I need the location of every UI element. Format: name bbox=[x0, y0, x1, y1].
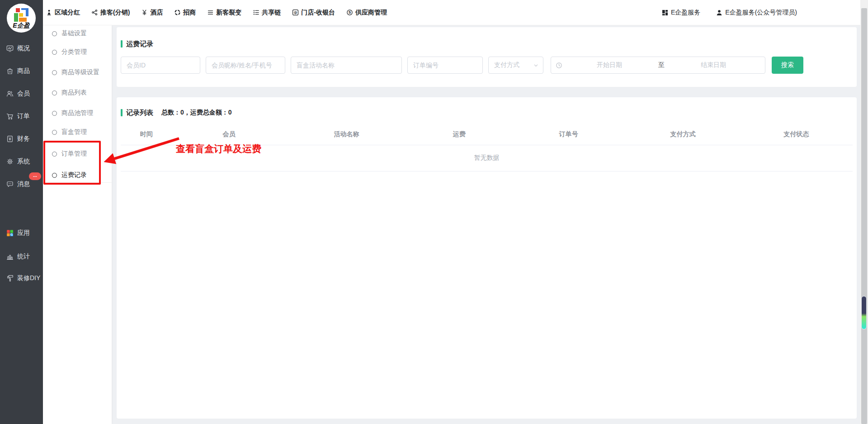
submenu-item-label: 商品池管理 bbox=[61, 109, 93, 117]
sidebar-item-label: 消息 bbox=[17, 180, 30, 188]
brand-logo-icon bbox=[14, 8, 28, 22]
circle-icon bbox=[52, 50, 57, 55]
clock-icon bbox=[556, 62, 562, 69]
s-circle-icon: S bbox=[346, 9, 353, 16]
pay-method-select[interactable]: 支付方式 bbox=[488, 57, 543, 74]
top-nav-items: 区域分红 推客(分销) 酒店 招商 新客裂变 共享链 bbox=[46, 9, 661, 17]
nav-item-promoter[interactable]: 推客(分销) bbox=[91, 9, 130, 17]
records-table: 时间 会员 活动名称 运费 订单号 支付方式 支付状态 bbox=[121, 124, 853, 145]
submenu-item-label: 盲盒管理 bbox=[61, 128, 87, 136]
primary-sidebar: E企盈 概况 商品 会员 订单 财务 系统 消息 ... bbox=[0, 0, 43, 424]
scrollbar-thumb[interactable] bbox=[861, 8, 867, 424]
submenu-item-label: 商品等级设置 bbox=[61, 68, 99, 76]
nav-item-investment[interactable]: 招商 bbox=[174, 9, 196, 17]
annotation-arrow bbox=[96, 134, 184, 170]
page-title: 运费记录 bbox=[126, 40, 153, 48]
sidebar-item-overview[interactable]: 概况 bbox=[0, 42, 43, 55]
sidebar-item-system[interactable]: 系统 bbox=[0, 155, 43, 168]
nav-item-hotel[interactable]: 酒店 bbox=[141, 9, 163, 17]
activity-name-input[interactable] bbox=[291, 57, 402, 74]
pawn-icon bbox=[46, 9, 52, 16]
chat-bubble-icon bbox=[6, 180, 14, 188]
sidebar-item-label: 概况 bbox=[17, 44, 30, 52]
svg-text:S: S bbox=[349, 10, 351, 14]
sidebar-item-label: 订单 bbox=[17, 112, 30, 120]
submenu-item-label: 分类管理 bbox=[61, 48, 87, 56]
end-date-placeholder: 结束日期 bbox=[666, 61, 760, 69]
nav-item-share-chain[interactable]: 共享链 bbox=[253, 9, 281, 17]
nav-item-label: 门店-收银台 bbox=[301, 9, 335, 17]
top-nav-right: E企盈服务 E企盈服务(公众号管理员) bbox=[661, 9, 797, 17]
sidebar-item-apps[interactable]: 应用 bbox=[0, 226, 43, 240]
account-menu-label: E企盈服务(公众号管理员) bbox=[725, 9, 797, 17]
nav-item-fission[interactable]: 新客裂变 bbox=[207, 9, 241, 17]
circle-icon bbox=[52, 91, 57, 95]
submenu-item-basic-settings[interactable]: 基础设置 bbox=[43, 24, 112, 43]
circle-icon bbox=[52, 31, 57, 36]
gear-icon bbox=[6, 157, 14, 166]
green-bar-icon bbox=[121, 109, 123, 116]
search-panel: 运费记录 支付方式 开始日期 至 结束日期 搜索 bbox=[117, 27, 857, 87]
circle-icon bbox=[52, 70, 57, 75]
sidebar-item-label: 装修DIY bbox=[17, 274, 40, 282]
start-date-placeholder: 开始日期 bbox=[562, 61, 656, 69]
chevron-down-icon bbox=[533, 63, 538, 68]
sidebar-item-label: 系统 bbox=[17, 157, 30, 166]
sidebar-item-goods[interactable]: 商品 bbox=[0, 64, 43, 78]
sidebar-item-label: 财务 bbox=[17, 135, 30, 143]
apps-grid-icon bbox=[6, 229, 14, 237]
annotation-highlight-box bbox=[43, 141, 101, 185]
monitor-chart-icon bbox=[6, 44, 14, 52]
nav-item-region-dividend[interactable]: 区域分红 bbox=[46, 9, 80, 17]
order-no-input[interactable] bbox=[407, 57, 483, 74]
search-button[interactable]: 搜索 bbox=[772, 57, 803, 74]
brand-name: E企盈 bbox=[7, 22, 36, 30]
nav-item-label: 推客(分销) bbox=[100, 9, 130, 17]
col-header-member: 会员 bbox=[172, 124, 286, 145]
submenu-item-goods-list[interactable]: 商品列表 bbox=[43, 83, 112, 102]
member-info-input[interactable] bbox=[206, 57, 285, 74]
nav-item-store-cashier[interactable]: @ 门店-收银台 bbox=[292, 9, 335, 17]
sidebar-item-finance[interactable]: 财务 bbox=[0, 132, 43, 146]
admin-page: E企盈 概况 商品 会员 订单 财务 系统 消息 ... bbox=[0, 0, 868, 424]
submenu-item-goods-level[interactable]: 商品等级设置 bbox=[43, 63, 112, 82]
col-header-pay-method: 支付方式 bbox=[626, 124, 740, 145]
sidebar-item-label: 应用 bbox=[17, 229, 30, 237]
date-range-separator: 至 bbox=[656, 61, 666, 69]
service-menu[interactable]: E企盈服务 bbox=[661, 9, 700, 17]
nav-item-label: 共享链 bbox=[262, 9, 281, 17]
sidebar-item-member[interactable]: 会员 bbox=[0, 87, 43, 100]
at-store-icon: @ bbox=[292, 9, 299, 16]
nav-item-label: 招商 bbox=[183, 9, 196, 17]
sidebar-item-label: 商品 bbox=[17, 67, 30, 75]
submenu-item-label: 商品列表 bbox=[61, 89, 87, 97]
scrollbar-marker bbox=[861, 296, 867, 329]
submenu-item-category[interactable]: 分类管理 bbox=[43, 43, 112, 62]
sidebar-item-stats[interactable]: 统计 bbox=[0, 250, 43, 263]
nav-item-label: 酒店 bbox=[150, 9, 163, 17]
users-icon bbox=[6, 90, 14, 98]
message-badge: ... bbox=[29, 172, 41, 180]
top-nav: 区域分红 推客(分销) 酒店 招商 新客裂变 共享链 bbox=[43, 0, 860, 25]
nav-item-label: 供应商管理 bbox=[355, 9, 387, 17]
sidebar-item-label: 统计 bbox=[17, 252, 30, 261]
paint-roller-icon bbox=[6, 274, 14, 282]
sidebar-item-message[interactable]: 消息 ... bbox=[0, 177, 43, 191]
nav-item-supplier[interactable]: S 供应商管理 bbox=[346, 9, 387, 17]
member-id-input[interactable] bbox=[121, 57, 200, 74]
dashboard-grid-icon bbox=[661, 9, 669, 16]
record-list-summary: 总数：0，运费总金额：0 bbox=[161, 109, 232, 117]
col-header-order-no: 订单号 bbox=[512, 124, 626, 145]
date-range-picker[interactable]: 开始日期 至 结束日期 bbox=[551, 57, 765, 74]
col-header-freight: 运费 bbox=[407, 124, 512, 145]
user-icon bbox=[716, 9, 723, 16]
list-icon bbox=[253, 9, 259, 16]
sidebar-item-diy[interactable]: 装修DIY bbox=[0, 272, 43, 285]
nav-item-label: 区域分红 bbox=[55, 9, 80, 17]
page-scrollbar bbox=[860, 0, 868, 424]
main-content: 运费记录 支付方式 开始日期 至 结束日期 搜索 bbox=[112, 25, 860, 424]
sidebar-item-order[interactable]: 订单 bbox=[0, 110, 43, 123]
account-menu[interactable]: E企盈服务(公众号管理员) bbox=[716, 9, 797, 17]
svg-text:@: @ bbox=[294, 10, 297, 14]
submenu-item-goods-pool[interactable]: 商品池管理 bbox=[43, 104, 112, 123]
